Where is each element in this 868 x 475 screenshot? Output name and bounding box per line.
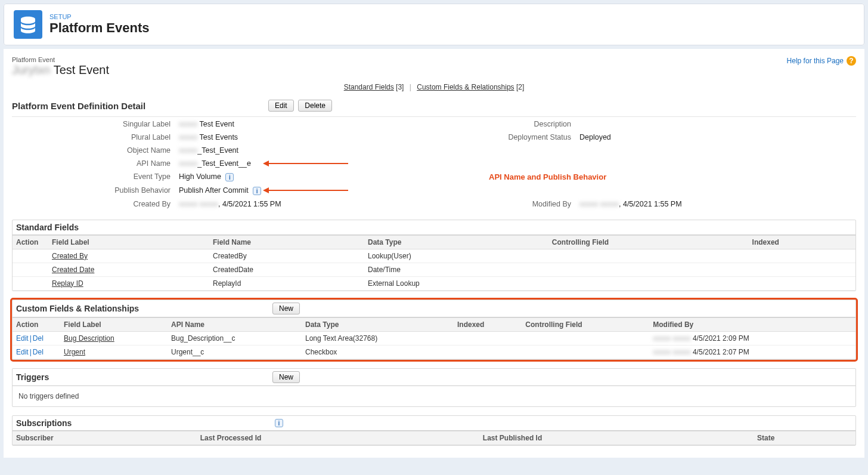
custom-fields-panel: Custom Fields & Relationships New Action…	[12, 300, 856, 360]
new-trigger-button[interactable]: New	[272, 371, 300, 383]
edit-button[interactable]: Edit	[268, 100, 294, 112]
database-icon	[14, 10, 42, 39]
field-label-link[interactable]: Bug Description	[64, 334, 114, 343]
anchor-custom-fields[interactable]: Custom Fields & Relationships	[417, 83, 514, 91]
field-label-link[interactable]: Created By	[52, 252, 88, 260]
del-link[interactable]: Del	[33, 348, 44, 356]
triggers-title: Triggers	[16, 372, 272, 382]
setup-crumb[interactable]: SETUP	[49, 13, 150, 20]
field-label-link[interactable]: Replay ID	[52, 279, 83, 288]
annotation-arrow	[265, 163, 348, 164]
detail-table: Singular Label xxxxx Test Event Descript…	[12, 116, 856, 211]
annotation-arrow	[265, 190, 348, 191]
subscriptions-title: Subscriptions	[16, 418, 272, 428]
edit-link[interactable]: Edit	[16, 334, 29, 343]
field-label-link[interactable]: Created Date	[52, 266, 94, 274]
help-link[interactable]: Help for this Page ?	[787, 56, 856, 66]
info-icon[interactable]: i	[225, 173, 234, 181]
anchor-links: Standard Fields [3] | Custom Fields & Re…	[12, 83, 856, 91]
table-row: Edit|DelBug DescriptionBug_Description__…	[13, 331, 855, 345]
triggers-empty: No triggers defined	[13, 386, 855, 406]
standard-fields-title: Standard Fields	[16, 223, 272, 232]
table-row: Created DateCreatedDateDate/Time	[13, 263, 855, 276]
annotation-callout: API Name and Publish Behavior	[489, 172, 606, 181]
record-title: Jurytxn Test Event	[12, 63, 109, 77]
field-label-link[interactable]: Urgent	[64, 348, 85, 356]
breadcrumb: Platform Event	[12, 56, 109, 63]
delete-button[interactable]: Delete	[298, 100, 332, 112]
edit-link[interactable]: Edit	[16, 348, 29, 356]
info-icon[interactable]: i	[275, 419, 283, 427]
custom-fields-title: Custom Fields & Relationships	[16, 304, 272, 313]
triggers-panel: Triggers New No triggers defined	[12, 368, 856, 407]
setup-header: SETUP Platform Events	[4, 4, 864, 45]
table-row: Edit|DelUrgentUrgent__cCheckboxxxxxx xxx…	[13, 345, 855, 359]
help-icon: ?	[847, 56, 856, 66]
detail-title: Platform Event Definition Detail	[12, 101, 268, 111]
table-row: Created ByCreatedByLookup(User)	[13, 249, 855, 263]
new-custom-field-button[interactable]: New	[272, 303, 300, 314]
table-row: Replay IDReplayIdExternal Lookup	[13, 276, 855, 290]
anchor-standard-fields[interactable]: Standard Fields	[344, 83, 394, 91]
standard-fields-panel: Standard Fields Action Field Label Field…	[12, 220, 856, 291]
subscriptions-panel: Subscriptions i Subscriber Last Processe…	[12, 415, 856, 446]
del-link[interactable]: Del	[33, 334, 44, 343]
page-title: Platform Events	[49, 20, 150, 36]
